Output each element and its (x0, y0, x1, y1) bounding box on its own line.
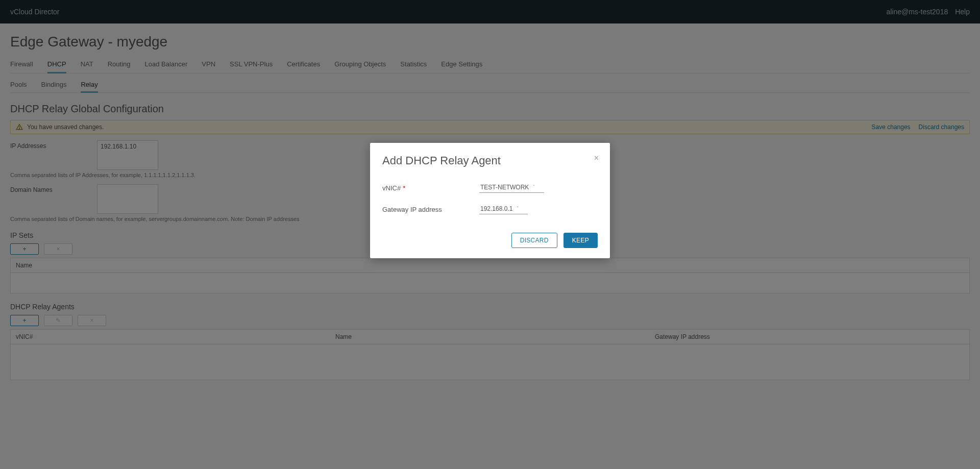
gateway-select[interactable]: 192.168.0.1 ˇ (479, 204, 528, 214)
discard-button[interactable]: DISCARD (511, 233, 557, 248)
modal-title: Add DHCP Relay Agent (382, 154, 598, 167)
close-icon: × (594, 154, 599, 162)
gateway-label: Gateway IP address (382, 206, 479, 213)
vnic-value: TEST-NETWORK (480, 184, 529, 191)
chevron-down-icon: ˇ (517, 206, 518, 212)
vnic-label: vNIC#* (382, 184, 479, 192)
modal-close-button[interactable]: × (594, 154, 599, 162)
vnic-select[interactable]: TEST-NETWORK ˇ (479, 183, 544, 193)
chevron-down-icon: ˇ (533, 185, 534, 190)
gateway-value: 192.168.0.1 (480, 205, 512, 212)
keep-button[interactable]: KEEP (564, 233, 598, 248)
add-dhcp-relay-agent-modal: Add DHCP Relay Agent × vNIC#* TEST-NETWO… (370, 143, 610, 258)
